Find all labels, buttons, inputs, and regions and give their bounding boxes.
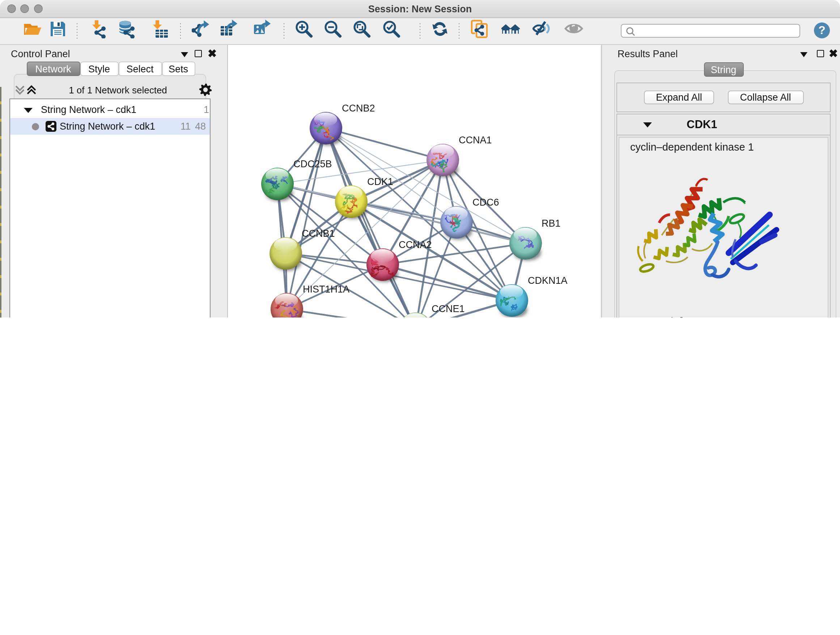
svg-text:CCNB1: CCNB1 <box>302 228 335 239</box>
svg-text:CDKN1A: CDKN1A <box>528 275 568 286</box>
svg-text:HIST1H1A: HIST1H1A <box>303 284 349 295</box>
svg-text:CDC6: CDC6 <box>472 197 499 208</box>
svg-text:CCNB2: CCNB2 <box>342 103 375 114</box>
svg-text:CCNA2: CCNA2 <box>399 239 432 250</box>
svg-text:CCNE1: CCNE1 <box>431 303 465 314</box>
svg-text:CCNA1: CCNA1 <box>459 135 492 146</box>
svg-text:CDK1: CDK1 <box>367 176 393 187</box>
svg-text:RB1: RB1 <box>542 218 561 229</box>
svg-text:CDC25B: CDC25B <box>294 158 332 169</box>
